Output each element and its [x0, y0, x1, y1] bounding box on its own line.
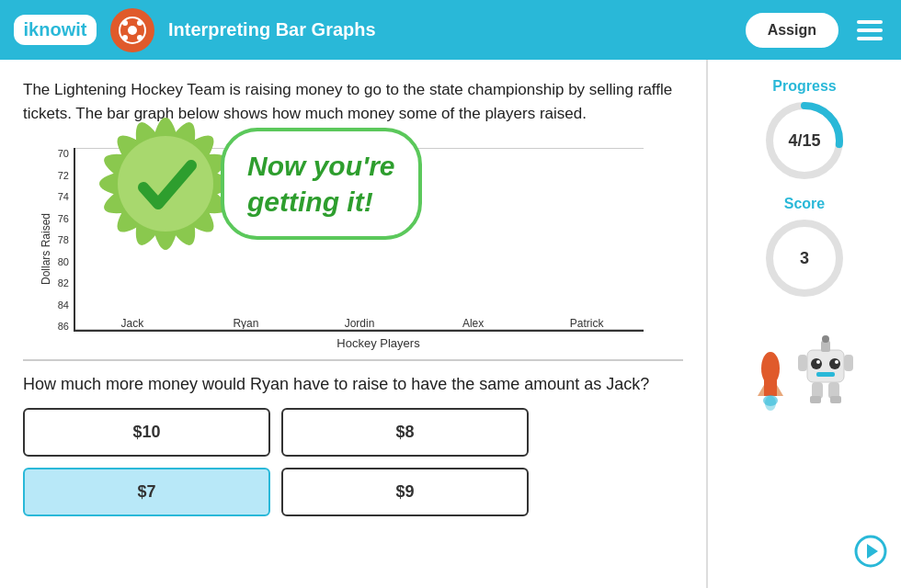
progress-value: 4/15	[788, 131, 820, 151]
y-tick-80: 80	[46, 256, 69, 267]
svg-point-39	[118, 136, 213, 232]
svg-point-14	[765, 396, 776, 411]
bar-ryan: Ryan	[213, 313, 278, 330]
y-tick-82: 82	[46, 277, 69, 288]
svg-rect-20	[816, 372, 835, 377]
svg-rect-24	[844, 355, 853, 371]
svg-marker-30	[867, 544, 878, 559]
svg-marker-11	[758, 385, 764, 396]
answer-btn-2[interactable]: $7	[23, 468, 270, 516]
activity-title: Interpreting Bar Graphs	[168, 19, 732, 40]
badge-line1: Now you're	[247, 151, 395, 181]
badge-starburst	[92, 110, 239, 257]
assign-button[interactable]: Assign	[746, 13, 838, 48]
answer-btn-3[interactable]: $9	[281, 468, 529, 516]
svg-rect-28	[830, 396, 841, 403]
sidebar: Progress 4/15 Score 3	[708, 60, 901, 588]
y-ticks: 86 84 82 80 78 76 74 72 70	[46, 148, 69, 332]
score-section: Score 3	[763, 196, 846, 300]
svg-point-22	[822, 335, 829, 343]
y-tick-78: 78	[46, 234, 69, 245]
x-axis-title: Hockey Players	[74, 336, 683, 350]
next-icon	[854, 535, 887, 568]
badge-line2: getting it!	[247, 187, 373, 217]
bar-alex-label: Alex	[462, 317, 484, 330]
y-tick-70: 70	[46, 148, 69, 159]
progress-label: Progress	[772, 78, 836, 95]
bar-jordin: Jordin	[327, 313, 392, 330]
menu-line-2	[857, 28, 883, 32]
score-circle: 3	[763, 217, 846, 300]
answer-btn-1[interactable]: $8	[281, 408, 529, 457]
robot-area	[752, 332, 858, 414]
svg-point-5	[137, 35, 143, 40]
svg-marker-12	[777, 385, 783, 396]
bar-patrick-label: Patrick	[570, 317, 604, 330]
y-tick-84: 84	[46, 300, 69, 311]
robot-icon	[793, 332, 858, 414]
svg-point-19	[835, 360, 838, 364]
progress-section: Progress 4/15	[763, 78, 846, 182]
header: iknowit Interpreting Bar Graphs Assign	[0, 0, 901, 60]
score-value: 3	[800, 249, 809, 268]
svg-point-2	[122, 20, 128, 26]
menu-line-1	[857, 20, 883, 24]
bar-jack-label: Jack	[120, 317, 143, 330]
bar-jordin-label: Jordin	[345, 317, 375, 330]
svg-point-3	[137, 20, 143, 26]
badge-overlay: Now you're getting it!	[92, 110, 422, 257]
next-button[interactable]	[854, 535, 887, 574]
y-tick-86: 86	[46, 321, 69, 332]
y-tick-72: 72	[46, 170, 69, 181]
answer-grid: $10 $8 $7 $9	[23, 408, 529, 516]
menu-line-3	[857, 37, 883, 40]
svg-point-16	[811, 358, 822, 369]
menu-button[interactable]	[852, 16, 887, 45]
svg-point-18	[829, 358, 840, 369]
y-tick-74: 74	[46, 191, 69, 202]
progress-circle: 4/15	[763, 99, 846, 182]
y-tick-76: 76	[46, 213, 69, 224]
svg-point-17	[816, 360, 820, 364]
logo-text: iknowit	[24, 19, 87, 40]
bar-alex: Alex	[441, 313, 506, 330]
rocket-icon	[752, 350, 789, 414]
logo-box: iknowit	[14, 15, 97, 45]
bottom-question: How much more money would Ryan have to r…	[23, 359, 683, 394]
svg-point-1	[128, 26, 137, 35]
svg-rect-23	[798, 355, 807, 371]
bar-patrick: Patrick	[554, 313, 619, 330]
svg-point-4	[122, 35, 128, 40]
score-label: Score	[784, 196, 825, 212]
badge-text-bubble: Now you're getting it!	[221, 128, 422, 240]
grid-70	[75, 329, 644, 330]
activity-icon	[110, 8, 154, 52]
svg-rect-10	[764, 378, 777, 396]
svg-rect-27	[810, 396, 821, 403]
bar-jack: Jack	[100, 313, 165, 330]
bar-ryan-label: Ryan	[233, 317, 258, 330]
answer-btn-0[interactable]: $10	[23, 408, 270, 457]
